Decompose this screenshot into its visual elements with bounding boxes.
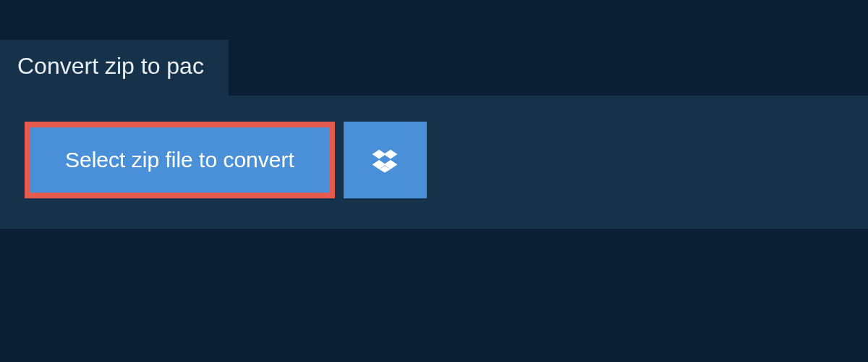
dropbox-icon (371, 146, 399, 174)
file-select-row: Select zip file to convert (25, 122, 843, 198)
converter-panel: Select zip file to convert (0, 96, 868, 229)
highlight-border: Select zip file to convert (25, 122, 335, 198)
tab-bar: Convert zip to pac (0, 0, 868, 96)
tab-convert[interactable]: Convert zip to pac (0, 40, 229, 96)
select-file-button[interactable]: Select zip file to convert (30, 127, 329, 193)
dropbox-button[interactable] (344, 122, 427, 198)
select-file-label: Select zip file to convert (65, 148, 294, 172)
tab-label: Convert zip to pac (17, 53, 204, 79)
